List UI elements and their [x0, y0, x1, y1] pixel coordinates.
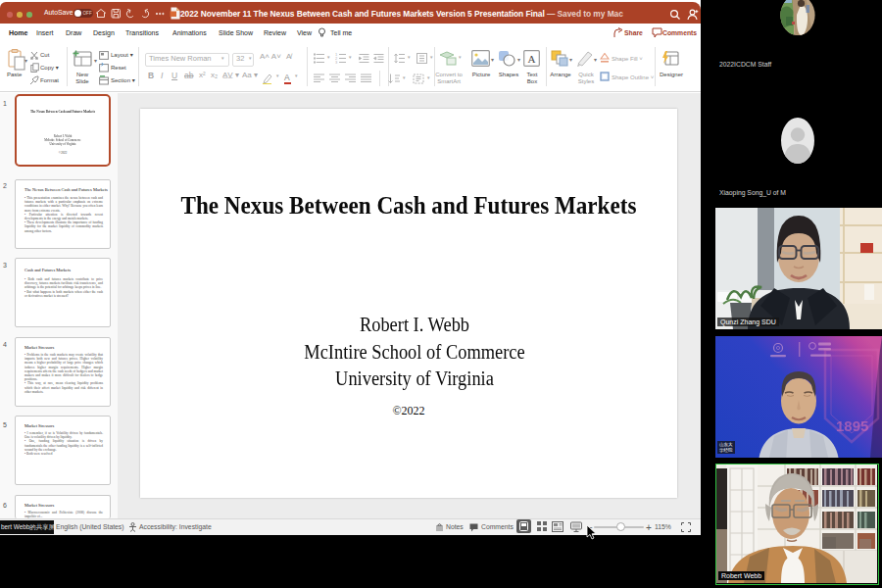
svg-text:3: 3 [335, 60, 338, 64]
svg-text:A: A [528, 53, 536, 65]
svg-text:1895: 1895 [836, 417, 868, 434]
